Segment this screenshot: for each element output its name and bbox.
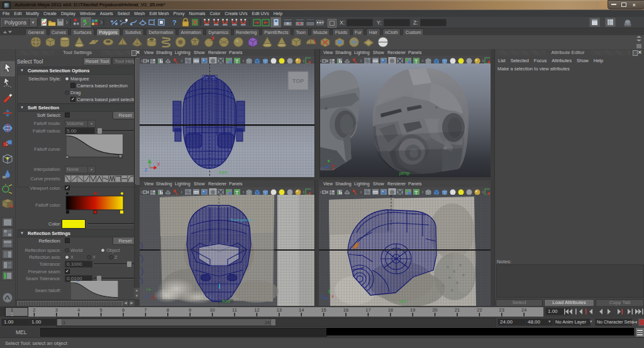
- svg-text:24: 24: [521, 307, 526, 313]
- svg-text:TOP: TOP: [292, 78, 304, 84]
- svg-text:3: 3: [55, 307, 58, 313]
- svg-text:14: 14: [299, 307, 304, 313]
- svg-text:front: front: [219, 170, 227, 175]
- svg-text:11: 11: [232, 307, 237, 313]
- svg-text:1: 1: [11, 312, 13, 317]
- svg-text:?: ?: [172, 19, 177, 26]
- svg-text:Y: Y: [327, 159, 330, 163]
- svg-text:5: 5: [100, 307, 103, 313]
- svg-text:18: 18: [388, 307, 393, 313]
- svg-text:X: X: [157, 162, 160, 166]
- svg-text:Z: Z: [145, 168, 147, 172]
- svg-text:10: 10: [209, 307, 214, 313]
- svg-text:16: 16: [343, 307, 348, 313]
- svg-text:17: 17: [365, 307, 370, 313]
- svg-text:Y: Y: [148, 158, 151, 163]
- svg-text:15: 15: [321, 307, 326, 313]
- svg-text:13: 13: [277, 307, 282, 313]
- svg-text:6: 6: [122, 307, 125, 313]
- svg-text:2: 2: [33, 307, 35, 313]
- svg-text:20: 20: [432, 307, 437, 313]
- svg-text:persp: persp: [399, 171, 410, 176]
- svg-text:21: 21: [455, 307, 460, 313]
- svg-text:7: 7: [144, 307, 147, 313]
- svg-text:12: 12: [254, 307, 259, 313]
- svg-text:z: z: [323, 165, 325, 170]
- svg-text:4: 4: [77, 307, 80, 313]
- svg-text:9: 9: [189, 307, 191, 313]
- svg-text:23: 23: [499, 307, 504, 313]
- svg-text:19: 19: [410, 307, 415, 313]
- svg-text:22: 22: [477, 307, 482, 313]
- svg-text:8: 8: [167, 307, 169, 313]
